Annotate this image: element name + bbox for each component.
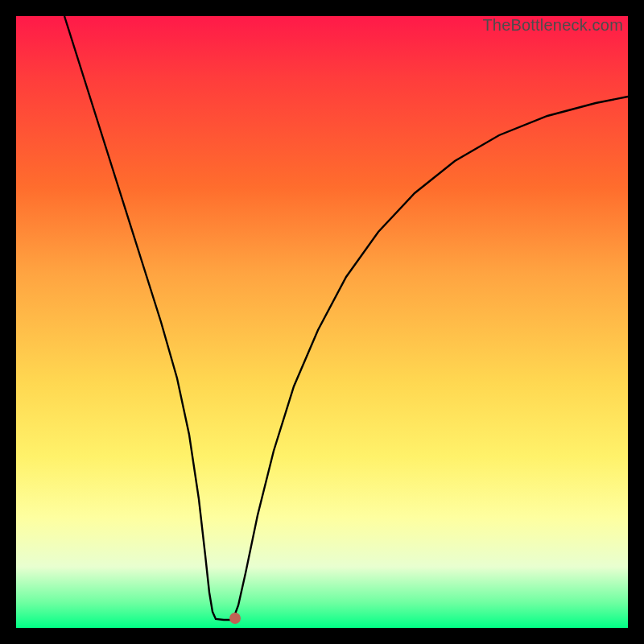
chart-background: TheBottleneck.com (16, 16, 628, 628)
chart-plot (16, 16, 628, 628)
bottleneck-curve (64, 16, 628, 620)
sweet-spot-marker (229, 613, 241, 624)
